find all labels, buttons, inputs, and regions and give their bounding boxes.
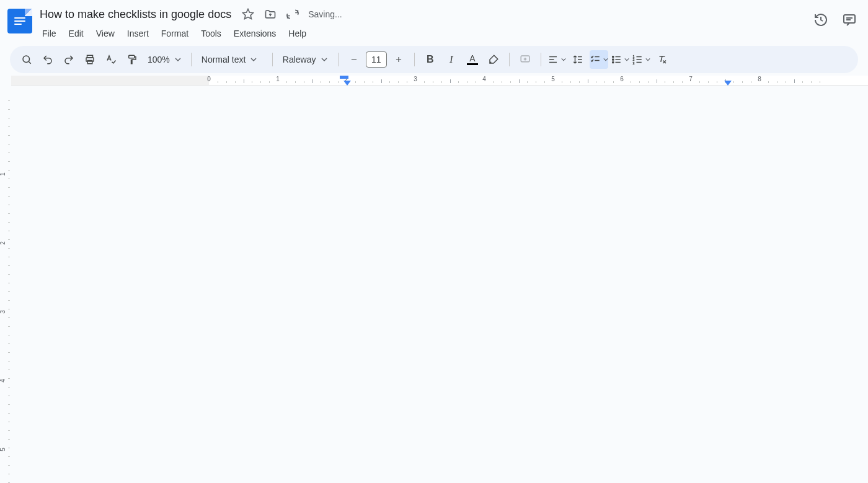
document-title[interactable]: How to make checklists in google docs [37,7,234,22]
zoom-select[interactable]: 100% [144,50,185,69]
move-icon[interactable] [264,7,277,21]
undo-icon[interactable] [38,50,57,69]
redo-icon[interactable] [60,50,78,69]
svg-text:3: 3 [632,61,634,65]
menu-insert[interactable]: Insert [122,26,154,41]
bold-icon[interactable]: B [421,50,440,69]
app-logo-icon[interactable] [7,9,32,33]
svg-rect-1 [844,15,855,23]
comment-icon[interactable] [841,11,858,29]
toolbar: 100% Normal text Raleway 11 B I A 123 [10,46,858,73]
svg-point-4 [23,56,30,63]
svg-point-24 [612,56,613,57]
clear-formatting-icon[interactable] [653,50,671,69]
font-size-increase[interactable] [389,50,408,69]
highlight-icon[interactable] [484,50,503,69]
left-indent-marker[interactable] [343,81,351,86]
italic-icon[interactable]: I [442,50,461,69]
menu-help[interactable]: Help [283,26,311,41]
menu-bar: File Edit View Insert Format Tools Exten… [37,25,807,42]
line-spacing-icon[interactable] [569,50,587,69]
svg-line-5 [29,61,30,63]
font-size-decrease[interactable] [345,50,363,69]
paint-format-icon[interactable] [123,50,141,69]
checklist-icon[interactable] [590,50,608,69]
cloud-sync-icon[interactable] [286,7,299,21]
text-color-icon[interactable]: A [463,50,482,69]
svg-point-26 [612,61,613,63]
menu-extensions[interactable]: Extensions [229,26,281,41]
spellcheck-icon[interactable] [102,50,120,69]
menu-edit[interactable]: Edit [64,26,89,41]
horizontal-ruler[interactable]: 012345678 [0,76,868,88]
star-icon[interactable] [241,7,255,21]
title-bar: How to make checklists in google docs Sa… [0,0,868,42]
numbered-list-icon[interactable]: 123 [632,50,650,69]
font-size-input[interactable]: 11 [366,51,387,68]
svg-point-25 [612,59,613,60]
menu-tools[interactable]: Tools [196,26,226,41]
search-icon[interactable] [17,50,36,69]
menu-format[interactable]: Format [156,26,193,41]
font-select[interactable]: Raleway [279,50,332,69]
style-select[interactable]: Normal text [198,50,266,69]
menu-view[interactable]: View [91,26,120,41]
align-icon[interactable] [547,50,566,69]
menu-file[interactable]: File [37,26,61,41]
insert-comment-icon[interactable] [516,50,534,69]
save-status: Saving... [308,9,342,19]
bulleted-list-icon[interactable] [611,50,629,69]
svg-rect-9 [129,55,135,58]
svg-marker-0 [243,9,254,19]
right-indent-marker[interactable] [724,81,732,86]
print-icon[interactable] [81,50,99,69]
history-icon[interactable] [812,11,830,29]
